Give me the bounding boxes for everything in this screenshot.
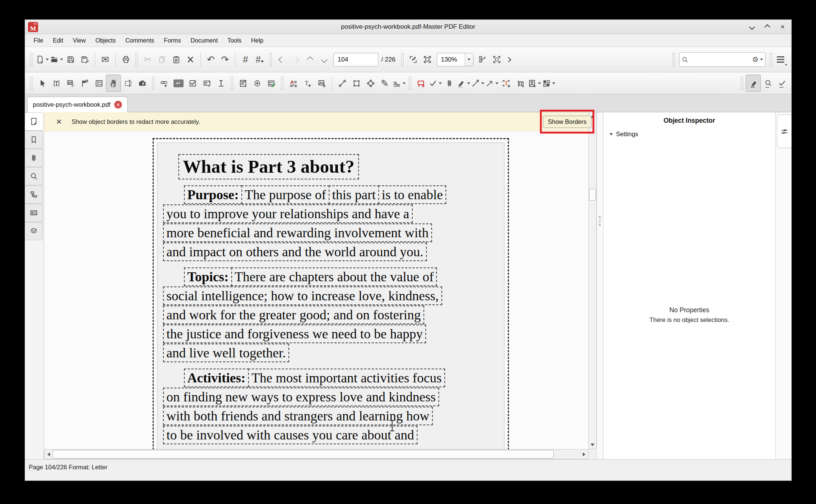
zoom-to-selection-button[interactable] bbox=[406, 51, 420, 68]
menu-document[interactable]: Document bbox=[186, 34, 223, 47]
scroll-right-arrow[interactable] bbox=[581, 450, 587, 459]
draw-ellipse-button[interactable] bbox=[363, 75, 378, 91]
menu-comments[interactable]: Comments bbox=[121, 34, 159, 47]
stamp-person-button[interactable] bbox=[527, 75, 541, 91]
delete-button[interactable] bbox=[183, 51, 197, 68]
scroll-left-arrow[interactable] bbox=[45, 450, 52, 459]
text-box-annotation-button[interactable]: T bbox=[499, 75, 513, 91]
check-annotation-button[interactable] bbox=[428, 75, 442, 91]
redact-button[interactable] bbox=[746, 75, 761, 92]
edit-images-button[interactable] bbox=[63, 75, 78, 91]
doc-text-object[interactable]: What is Part 3 about? bbox=[178, 154, 359, 179]
toolbar-grip[interactable] bbox=[401, 53, 404, 66]
sidebar-tab-attachments[interactable] bbox=[25, 149, 43, 167]
push-button-field-button[interactable]: ↵ bbox=[171, 75, 185, 91]
menu-objects[interactable]: Objects bbox=[91, 34, 121, 47]
pdf-page[interactable]: What is Part 3 about? Purpose: The purpo… bbox=[157, 143, 504, 449]
document-tab[interactable]: positive-psych-workbook.pdf ✕ bbox=[27, 97, 128, 112]
sidebar-tab-layers[interactable] bbox=[25, 222, 43, 240]
toolbar-overflow-chevron[interactable] bbox=[504, 51, 513, 68]
vertical-scrollbar[interactable] bbox=[588, 112, 597, 449]
draw-rectangle-button[interactable] bbox=[349, 75, 363, 91]
doc-text-object[interactable]: on finding new ways to express love and … bbox=[163, 388, 439, 406]
line-annotation-dropdown[interactable] bbox=[481, 82, 484, 84]
search-settings-dropdown[interactable] bbox=[760, 59, 763, 60]
signature-field-button[interactable] bbox=[264, 75, 278, 91]
fit-selection-button[interactable] bbox=[420, 51, 435, 68]
menu-file[interactable]: File bbox=[29, 34, 48, 47]
doc-text-object[interactable]: to be involved with causes you care abou… bbox=[163, 426, 418, 444]
properties-panel-tab[interactable] bbox=[777, 115, 792, 148]
toolbar-grip[interactable] bbox=[672, 53, 675, 66]
list-box-field-button[interactable] bbox=[236, 75, 250, 91]
add-image-button[interactable] bbox=[315, 75, 329, 91]
toolbar-grip[interactable] bbox=[231, 76, 233, 90]
sidebar-tab-bookmarks[interactable] bbox=[25, 131, 43, 149]
menu-tools[interactable]: Tools bbox=[223, 34, 246, 47]
maximize-button[interactable] bbox=[765, 24, 770, 30]
doc-text-object[interactable]: this part bbox=[329, 185, 379, 204]
toolbar-grip[interactable] bbox=[770, 53, 772, 66]
arrow-annotation-dropdown[interactable] bbox=[495, 82, 498, 84]
search-box[interactable]: ⚙ bbox=[679, 52, 766, 67]
show-borders-button[interactable]: Show Borders bbox=[543, 116, 591, 128]
add-text-button[interactable]: A bbox=[286, 75, 300, 91]
doc-text-object[interactable]: and work for the greater good; and on fo… bbox=[163, 306, 424, 324]
save-button[interactable] bbox=[63, 51, 78, 68]
radio-button-field-button[interactable] bbox=[250, 75, 264, 91]
splitter-grip[interactable] bbox=[599, 216, 601, 226]
combo-box-field-button[interactable] bbox=[200, 75, 214, 91]
doc-text-object[interactable]: Purpose: bbox=[184, 185, 242, 204]
settings-section-header[interactable]: Settings bbox=[603, 125, 775, 138]
signature-button[interactable]: x bbox=[392, 75, 406, 91]
search-and-redact-button[interactable] bbox=[761, 75, 775, 91]
panel-splitter[interactable] bbox=[597, 112, 603, 459]
pdf-viewport[interactable]: What is Part 3 about? Purpose: The purpo… bbox=[44, 131, 588, 449]
toolbar-grip[interactable] bbox=[135, 53, 138, 66]
check-annotation-dropdown[interactable] bbox=[439, 82, 442, 84]
tiles-button[interactable] bbox=[541, 75, 556, 91]
toolbar-grip[interactable] bbox=[741, 76, 743, 90]
doc-text-object[interactable]: is to enable bbox=[378, 185, 446, 204]
vertical-scrollbar-thumb[interactable] bbox=[589, 189, 596, 201]
zoom-dropdown[interactable] bbox=[465, 53, 473, 66]
edit-forms-button[interactable] bbox=[92, 75, 106, 91]
select-region-button[interactable] bbox=[121, 75, 135, 91]
tab-close-icon[interactable]: ✕ bbox=[114, 101, 122, 109]
arrow-annotation-button[interactable] bbox=[485, 75, 499, 91]
tiles-dropdown[interactable] bbox=[552, 82, 555, 84]
search-settings-gear-icon[interactable]: ⚙ bbox=[752, 56, 759, 63]
save-as-button[interactable] bbox=[78, 51, 92, 68]
doc-text-object[interactable]: the justice and forgiveness we need to b… bbox=[163, 325, 426, 343]
email-button[interactable]: ✉ bbox=[98, 51, 112, 68]
signature-dropdown[interactable] bbox=[403, 82, 406, 84]
next-page-button[interactable] bbox=[317, 51, 331, 68]
paste-button[interactable] bbox=[169, 51, 183, 68]
hand-tool-button[interactable] bbox=[106, 75, 121, 92]
sidebar-tab-search[interactable] bbox=[25, 167, 43, 185]
apply-redaction-button[interactable] bbox=[775, 75, 789, 91]
open-file-button[interactable] bbox=[49, 51, 63, 68]
sidebar-tab-pages[interactable] bbox=[25, 112, 43, 131]
redo-button[interactable]: ↷ bbox=[218, 51, 232, 68]
zoom-level-combo[interactable]: 130% bbox=[437, 53, 473, 66]
snap-to-grid-button[interactable]: #● bbox=[253, 51, 267, 68]
toolbar-grip[interactable] bbox=[152, 76, 154, 90]
edit-paths-button[interactable] bbox=[78, 75, 92, 91]
doc-text-object[interactable]: more beneficial and rewarding involvemen… bbox=[163, 223, 432, 242]
highlight-text-button[interactable] bbox=[456, 75, 470, 91]
sticky-note-button[interactable] bbox=[414, 75, 428, 91]
doc-text-object[interactable]: There are chapters about the value of bbox=[231, 267, 437, 286]
toolbar-grip[interactable] bbox=[269, 53, 272, 66]
highlight-dropdown[interactable] bbox=[467, 82, 470, 84]
fit-frame-button[interactable] bbox=[490, 51, 504, 68]
toolbar-grip[interactable] bbox=[30, 53, 32, 66]
sidebar-tab-signatures[interactable] bbox=[25, 204, 43, 222]
select-tool-button[interactable] bbox=[35, 75, 49, 91]
notification-close-icon[interactable]: ✕ bbox=[56, 118, 62, 126]
draw-freehand-button[interactable]: ✎ bbox=[378, 75, 392, 91]
toolbar-grip[interactable] bbox=[281, 76, 284, 90]
doc-text-object[interactable]: social intelligence; how to increase lov… bbox=[163, 287, 442, 305]
minimize-button[interactable] bbox=[749, 24, 755, 30]
doc-text-object[interactable]: and live well together. bbox=[163, 344, 289, 362]
